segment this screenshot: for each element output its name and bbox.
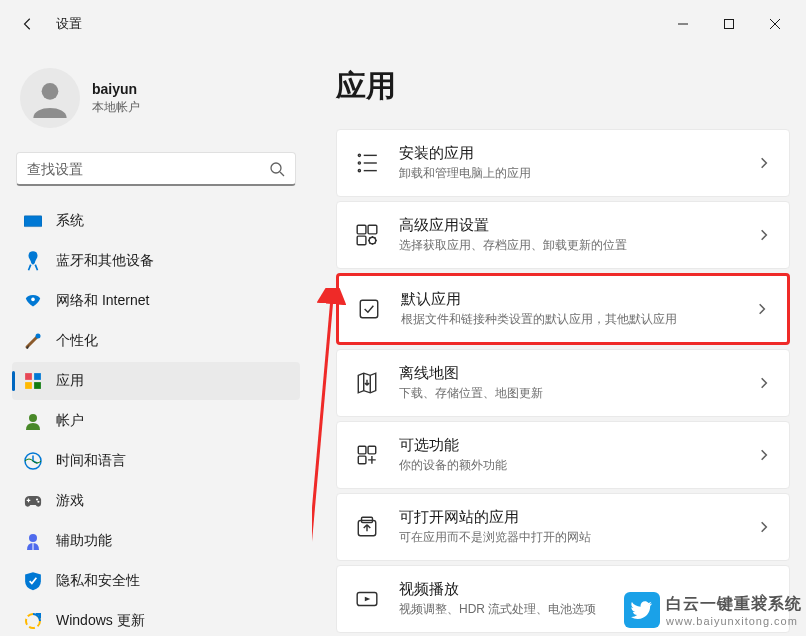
card-body: 安装的应用卸载和管理电脑上的应用 (399, 144, 757, 182)
svg-point-11 (29, 414, 37, 422)
svg-point-13 (36, 498, 38, 500)
card-subtitle: 下载、存储位置、地图更新 (399, 385, 757, 402)
svg-rect-22 (357, 236, 366, 245)
sidebar-item-5[interactable]: 帐户 (12, 402, 300, 440)
sidebar-item-0[interactable]: 系统 (12, 202, 300, 240)
close-button[interactable] (752, 8, 798, 40)
card-subtitle: 根据文件和链接种类设置的默认应用，其他默认应用 (401, 311, 755, 328)
sidebar-item-1[interactable]: 蓝牙和其他设备 (12, 242, 300, 280)
close-icon (770, 19, 780, 29)
sidebar-item-3[interactable]: 个性化 (12, 322, 300, 360)
sidebar-item-label: 应用 (56, 372, 84, 390)
card-icon (355, 371, 379, 395)
svg-point-18 (358, 162, 360, 164)
card-icon (355, 443, 379, 467)
search-input[interactable] (27, 161, 269, 177)
svg-rect-8 (34, 373, 41, 380)
card-title: 安装的应用 (399, 144, 757, 163)
settings-card-5[interactable]: 可打开网站的应用可在应用而不是浏览器中打开的网站 (336, 493, 790, 561)
card-title: 离线地图 (399, 364, 757, 383)
profile-name: baiyun (92, 81, 140, 97)
svg-rect-25 (358, 446, 366, 454)
nav-icon (24, 332, 42, 350)
card-subtitle: 可在应用而不是浏览器中打开的网站 (399, 529, 757, 546)
card-title: 可选功能 (399, 436, 757, 455)
svg-point-5 (31, 297, 35, 301)
sidebar-item-label: 辅助功能 (56, 532, 112, 550)
card-body: 默认应用根据文件和链接种类设置的默认应用，其他默认应用 (401, 290, 755, 328)
card-title: 可打开网站的应用 (399, 508, 757, 527)
svg-rect-0 (725, 20, 734, 29)
titlebar: 设置 (0, 0, 806, 48)
sidebar-item-2[interactable]: 网络和 Internet (12, 282, 300, 320)
sidebar-item-label: 系统 (56, 212, 84, 230)
svg-point-14 (37, 500, 39, 502)
settings-card-3[interactable]: 离线地图下载、存储位置、地图更新 (336, 349, 790, 417)
sidebar-item-4[interactable]: 应用 (12, 362, 300, 400)
sidebar-item-label: 游戏 (56, 492, 84, 510)
arrow-left-icon (21, 17, 35, 31)
card-icon (355, 223, 379, 247)
search-box[interactable] (16, 152, 296, 186)
settings-card-0[interactable]: 安装的应用卸载和管理电脑上的应用 (336, 129, 790, 197)
sidebar-item-9[interactable]: 隐私和安全性 (12, 562, 300, 600)
svg-rect-3 (24, 216, 42, 227)
sidebar-item-label: 时间和语言 (56, 452, 126, 470)
profile-block[interactable]: baiyun 本地帐户 (12, 60, 300, 144)
svg-point-19 (358, 170, 360, 172)
profile-text: baiyun 本地帐户 (92, 81, 140, 116)
nav-icon (24, 572, 42, 590)
nav-icon (24, 492, 42, 510)
svg-point-17 (358, 154, 360, 156)
card-icon (357, 297, 381, 321)
card-icon (355, 587, 379, 611)
sidebar-item-label: 蓝牙和其他设备 (56, 252, 154, 270)
sidebar-item-label: Windows 更新 (56, 612, 145, 630)
svg-rect-20 (357, 225, 366, 234)
nav-list: 系统蓝牙和其他设备网络和 Internet个性化应用帐户时间和语言游戏辅助功能隐… (12, 202, 300, 636)
page-title: 应用 (336, 66, 790, 107)
card-subtitle: 你的设备的额外功能 (399, 457, 757, 474)
svg-point-15 (29, 534, 37, 542)
nav-icon (24, 292, 42, 310)
back-button[interactable] (8, 4, 48, 44)
svg-rect-27 (358, 456, 366, 464)
card-subtitle: 选择获取应用、存档应用、卸载更新的位置 (399, 237, 757, 254)
sidebar-item-6[interactable]: 时间和语言 (12, 442, 300, 480)
maximize-button[interactable] (706, 8, 752, 40)
main-content: 应用 安装的应用卸载和管理电脑上的应用高级应用设置选择获取应用、存档应用、卸载更… (312, 48, 806, 636)
watermark: 白云一键重装系统 www.baiyunxitong.com (620, 590, 806, 630)
card-body: 离线地图下载、存储位置、地图更新 (399, 364, 757, 402)
search-icon (269, 161, 285, 177)
card-body: 可打开网站的应用可在应用而不是浏览器中打开的网站 (399, 508, 757, 546)
svg-point-6 (36, 334, 41, 339)
chevron-right-icon (757, 520, 771, 534)
sidebar-item-label: 网络和 Internet (56, 292, 149, 310)
svg-rect-26 (368, 446, 376, 454)
sidebar-item-8[interactable]: 辅助功能 (12, 522, 300, 560)
bird-icon (631, 599, 653, 621)
window-controls (660, 8, 798, 40)
sidebar: baiyun 本地帐户 系统蓝牙和其他设备网络和 Internet个性化应用帐户… (0, 48, 312, 636)
card-subtitle: 卸载和管理电脑上的应用 (399, 165, 757, 182)
window-title: 设置 (56, 15, 82, 33)
card-body: 可选功能你的设备的额外功能 (399, 436, 757, 474)
settings-card-4[interactable]: 可选功能你的设备的额外功能 (336, 421, 790, 489)
watermark-line2: www.baiyunxitong.com (666, 615, 802, 627)
nav-icon (24, 212, 42, 230)
svg-point-2 (271, 163, 281, 173)
watermark-badge (624, 592, 660, 628)
settings-card-1[interactable]: 高级应用设置选择获取应用、存档应用、卸载更新的位置 (336, 201, 790, 269)
nav-icon (24, 372, 42, 390)
sidebar-item-10[interactable]: Windows 更新 (12, 602, 300, 636)
watermark-text: 白云一键重装系统 www.baiyunxitong.com (666, 594, 802, 627)
chevron-right-icon (757, 376, 771, 390)
sidebar-item-7[interactable]: 游戏 (12, 482, 300, 520)
settings-card-2[interactable]: 默认应用根据文件和链接种类设置的默认应用，其他默认应用 (336, 273, 790, 345)
profile-account-type: 本地帐户 (92, 99, 140, 116)
cards-list: 安装的应用卸载和管理电脑上的应用高级应用设置选择获取应用、存档应用、卸载更新的位… (336, 129, 790, 633)
svg-rect-7 (25, 373, 32, 380)
minimize-button[interactable] (660, 8, 706, 40)
minimize-icon (678, 19, 688, 29)
card-body: 高级应用设置选择获取应用、存档应用、卸载更新的位置 (399, 216, 757, 254)
